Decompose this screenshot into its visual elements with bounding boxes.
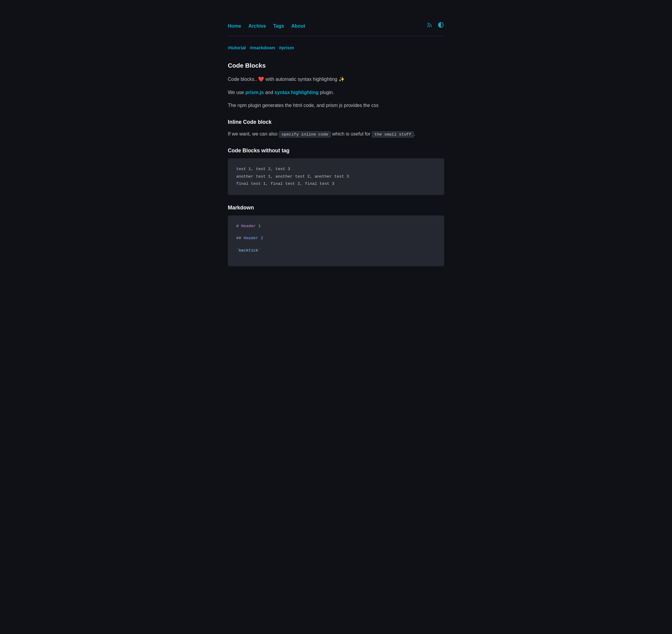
inline-code-specify: specify inline code	[279, 131, 331, 138]
paragraph-npm: The npm plugin generates the html code, …	[228, 101, 444, 109]
nav-link-archive[interactable]: Archive	[248, 22, 266, 30]
code-markdown-h2: ## Header 2	[236, 235, 436, 242]
code-block-markdown: # Header 1 ## Header 2 `backtick`	[228, 215, 444, 266]
paragraph-emoji: Code blocks.. ❤️ with automatic syntax h…	[228, 75, 444, 83]
sub-heading-inline: Inline Code block	[228, 118, 444, 126]
sparkle-emoji: ✨	[339, 77, 345, 82]
inline-code-small-stuff: the small stuff	[372, 131, 414, 138]
code-line-3: final test 1, final test 2, final test 3	[236, 180, 436, 188]
tag-markdown[interactable]: #markdown	[250, 45, 275, 50]
nav-links: Home Archive Tags About	[228, 22, 305, 30]
code-markdown-h1: # Header 1	[236, 223, 436, 230]
svg-point-0	[427, 26, 429, 27]
code-line-1: test 1, test 2, test 3	[236, 166, 436, 173]
nav-divider	[228, 36, 444, 36]
tag-prism[interactable]: #prism	[279, 45, 294, 50]
section-code-without-tag: Code Blocks without tag test 1, test 2, …	[228, 146, 444, 195]
code-markdown-backtick: `backtick`	[236, 247, 436, 254]
code-line-2: another test 1, another test 2, another …	[236, 173, 436, 180]
section-code-blocks: Code Blocks Code blocks.. ❤️ with automa…	[228, 60, 444, 109]
theme-toggle-icon[interactable]	[438, 21, 444, 31]
nav-bar: Home Archive Tags About	[228, 21, 444, 31]
post-tags: #tutorial #markdown #prism	[228, 43, 444, 52]
section-heading-code-blocks: Code Blocks	[228, 60, 444, 70]
page-wrapper: Home Archive Tags About #tutorial #m	[222, 0, 450, 287]
rss-icon[interactable]	[426, 21, 433, 31]
nav-icons	[426, 21, 444, 31]
section-markdown: Markdown # Header 1 ## Header 2 `backtic…	[228, 203, 444, 267]
nav-link-about[interactable]: About	[291, 22, 305, 30]
section-inline-code: Inline Code block If we want, we can als…	[228, 118, 444, 138]
link-prismjs[interactable]: prism.js	[245, 90, 264, 95]
sub-heading-markdown: Markdown	[228, 203, 444, 212]
nav-link-home[interactable]: Home	[228, 22, 241, 30]
paragraph-inline: If we want, we can also specify inline c…	[228, 130, 444, 138]
heart-emoji: ❤️	[258, 77, 264, 82]
paragraph-prism: We use prism.js and syntax highlighting …	[228, 88, 444, 96]
code-block-plain: test 1, test 2, test 3 another test 1, a…	[228, 158, 444, 195]
nav-link-tags[interactable]: Tags	[273, 22, 284, 30]
tag-tutorial[interactable]: #tutorial	[228, 45, 246, 50]
sub-heading-without-tag: Code Blocks without tag	[228, 146, 444, 155]
link-syntax-highlighting[interactable]: syntax highlighting	[274, 90, 318, 95]
